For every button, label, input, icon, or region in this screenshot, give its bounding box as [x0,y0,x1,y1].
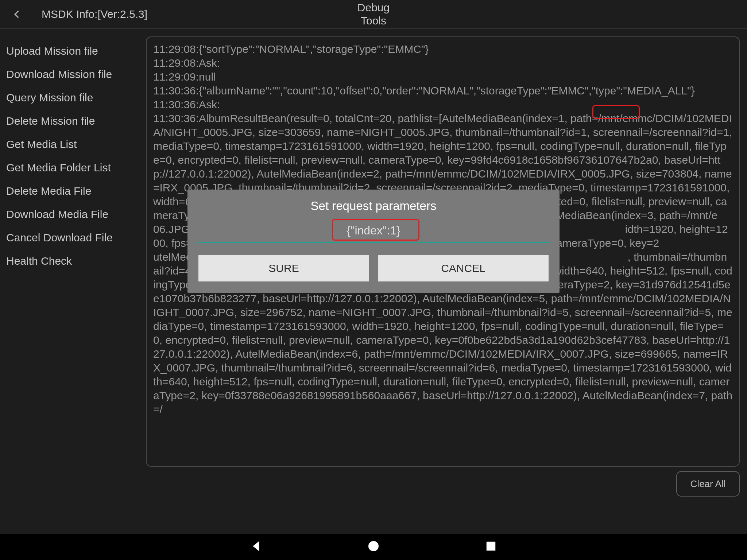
nav-back-icon[interactable] [248,538,264,555]
svg-point-0 [368,541,379,551]
nav-recent-icon[interactable] [483,538,499,555]
dialog-scrim: Set request parameters SURE CANCEL [0,0,747,534]
svg-rect-1 [487,542,496,551]
cancel-button[interactable]: CANCEL [378,255,549,281]
request-params-dialog: Set request parameters SURE CANCEL [187,190,560,293]
request-params-input[interactable] [197,221,550,243]
nav-home-icon[interactable] [366,538,381,555]
sure-button[interactable]: SURE [198,255,369,281]
dialog-title: Set request parameters [198,199,549,213]
android-navbar [0,534,747,560]
